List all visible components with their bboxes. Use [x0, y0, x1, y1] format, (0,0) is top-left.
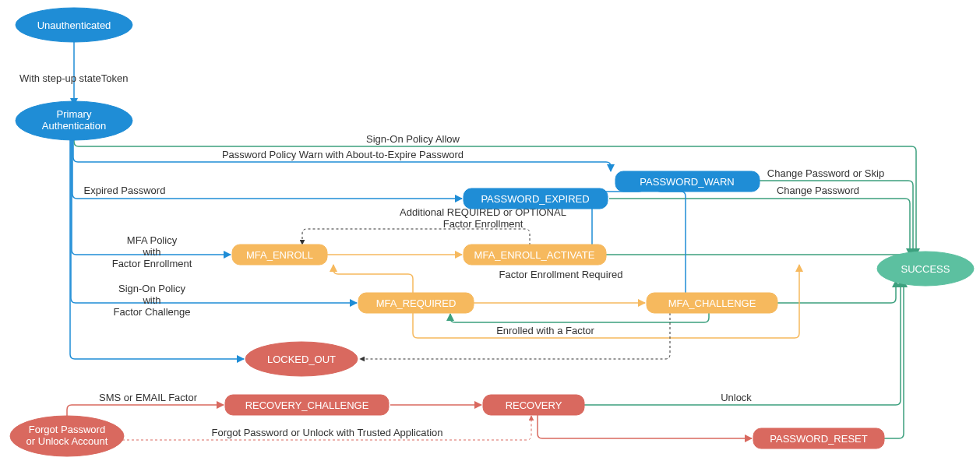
label-change-pwd: Change Password [777, 185, 859, 196]
edge-change-pwd [609, 199, 910, 255]
text-recovery-challenge: RECOVERY_CHALLENGE [245, 399, 369, 411]
text-locked-out: LOCKED_OUT [267, 354, 336, 365]
text-forgot-l1: Forgot Password [29, 424, 105, 435]
text-primary-l1: Primary [57, 108, 92, 120]
label-smsemail: SMS or EMAIL Factor [99, 392, 198, 403]
label-stepup: With step-up stateToken [19, 72, 128, 84]
label-change-skip: Change Password or Skip [767, 167, 884, 179]
edge-forgot-recchal [67, 405, 224, 419]
edge-activate-success [606, 255, 907, 261]
label-mfa1: MFA Policy [127, 234, 178, 246]
text-unauthenticated: Unauthenticated [37, 19, 111, 31]
label-signon-allow: Sign-On Policy Allow [366, 133, 460, 145]
label-enrolled: Enrolled with a Factor [496, 325, 594, 336]
edge-enroll-required [333, 265, 413, 293]
edge-rec-reset [538, 415, 752, 438]
label-mfa2: with [142, 246, 160, 258]
text-mfa-challenge: MFA_CHALLENGE [668, 297, 756, 309]
text-mfa-enroll: MFA_ENROLL [246, 249, 313, 261]
label-unlock: Unlock [721, 392, 752, 403]
text-primary-l2: Authentication [42, 120, 106, 132]
label-so2: with [142, 294, 160, 306]
label-forgot-trusted: Forgot Password or Unlock with Trusted A… [212, 427, 443, 438]
edge-chal-warn [656, 181, 686, 293]
label-expired: Expired Password [84, 185, 166, 196]
text-password-expired: PASSWORD_EXPIRED [481, 193, 589, 205]
text-success: SUCCESS [901, 263, 950, 275]
text-mfa-required: MFA_REQUIRED [376, 297, 457, 309]
label-mfa3: Factor Enrollment [112, 258, 192, 269]
label-enroll-req: Factor Enrollment Required [499, 269, 623, 280]
label-so3: Factor Challenge [114, 306, 191, 318]
auth-flow-diagram: With step-up stateToken Sign-On Policy A… [0, 0, 980, 475]
edge-chal-success [777, 280, 896, 303]
label-add2: Factor Enrollment [443, 218, 523, 230]
label-so1: Sign-On Policy [118, 283, 185, 294]
text-password-warn: PASSWORD_WARN [640, 176, 734, 188]
text-recovery: RECOVERY [506, 399, 562, 411]
text-password-reset: PASSWORD_RESET [770, 433, 868, 445]
edge-additional [302, 229, 530, 245]
text-mfa-enroll-activate: MFA_ENROLL_ACTIVATE [474, 249, 595, 261]
text-forgot-l2: or Unlock Account [26, 435, 108, 447]
label-pwdwarn: Password Policy Warn with About-to-Expir… [222, 149, 464, 160]
